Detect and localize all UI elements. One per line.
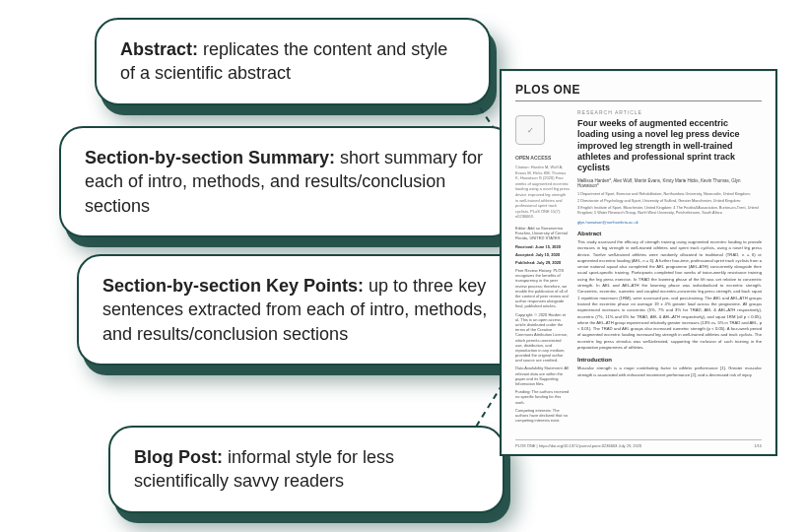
competing-meta: Competing interests: The authors have de…: [515, 408, 570, 424]
bubble-blog-post: Blog Post: informal style for less scien…: [108, 426, 504, 513]
article-type: RESEARCH ARTICLE: [577, 109, 762, 115]
abstract-heading: Abstract: [577, 231, 762, 236]
affiliation-1: 1 Department of Sport, Exercise and Reha…: [577, 192, 762, 197]
bubble-abstract: Abstract: replicates the content and sty…: [95, 18, 491, 105]
intro-body: Muscular strength is a major contributin…: [577, 366, 762, 378]
bubble-title: Blog Post:: [134, 447, 223, 467]
bubble-key-points: Section-by-section Key Points: up to thr…: [77, 254, 532, 366]
data-availability-meta: Data Availability Statement: All relevan…: [515, 366, 570, 386]
citation-block: Citation: Harden M, Wolf A, Evans M, Hic…: [515, 165, 570, 220]
bubble-title: Abstract:: [120, 39, 198, 59]
paper-authors: Mellissa Harden*, Alex Wolf, Martin Evan…: [577, 178, 762, 188]
affiliation-2: 2 Directorate of Psychology and Sport, U…: [577, 199, 762, 204]
diagram-canvas: Abstract: replicates the content and sty…: [0, 0, 807, 532]
paper-main: RESEARCH ARTICLE Four weeks of augmented…: [577, 109, 762, 426]
bubble-title: Section-by-section Summary:: [85, 148, 335, 167]
footer-right: 1/15: [754, 443, 762, 448]
bubble-title: Section-by-section Key Points:: [102, 276, 364, 296]
editor-meta: Editor: Add so Sanseverino Foschini, Uni…: [515, 226, 570, 241]
affiliation-3: 3 English Institute of Sport, Manchester…: [577, 206, 762, 216]
paper-footer: PLOS ONE | https://doi.org/10.1371/journ…: [515, 439, 762, 448]
received-meta: Received: June 15, 2020: [515, 244, 570, 249]
footer-left: PLOS ONE | https://doi.org/10.1371/journ…: [515, 443, 641, 448]
funding-meta: Funding: The authors received no specifi…: [515, 389, 570, 405]
intro-heading: Introduction: [577, 357, 762, 363]
paper-thumbnail: PLOS ONE ✓ OPEN ACCESS Citation: Harden …: [500, 69, 777, 456]
copyright-meta: Copyright: © 2020 Harden et al. This is …: [515, 312, 570, 364]
abstract-body: This study assessed the efficacy of stre…: [577, 239, 762, 351]
published-meta: Published: July 29, 2020: [515, 260, 570, 265]
accepted-meta: Accepted: July 10, 2020: [515, 252, 570, 257]
check-for-updates-icon: ✓: [515, 115, 545, 145]
paper-sidebar: ✓ OPEN ACCESS Citation: Harden M, Wolf A…: [515, 109, 570, 426]
paper-title: Four weeks of augmented eccentric loadin…: [577, 118, 762, 173]
correspondence-link: glyn.howatson@northumbria.ac.uk: [577, 220, 762, 225]
journal-brand: PLOS ONE: [515, 83, 762, 101]
peer-review-meta: Peer Review History: PLOS recognizes the…: [515, 268, 570, 309]
bubble-section-summary: Section-by-section Summary: short summar…: [59, 126, 514, 237]
open-access-badge: OPEN ACCESS: [515, 155, 570, 161]
